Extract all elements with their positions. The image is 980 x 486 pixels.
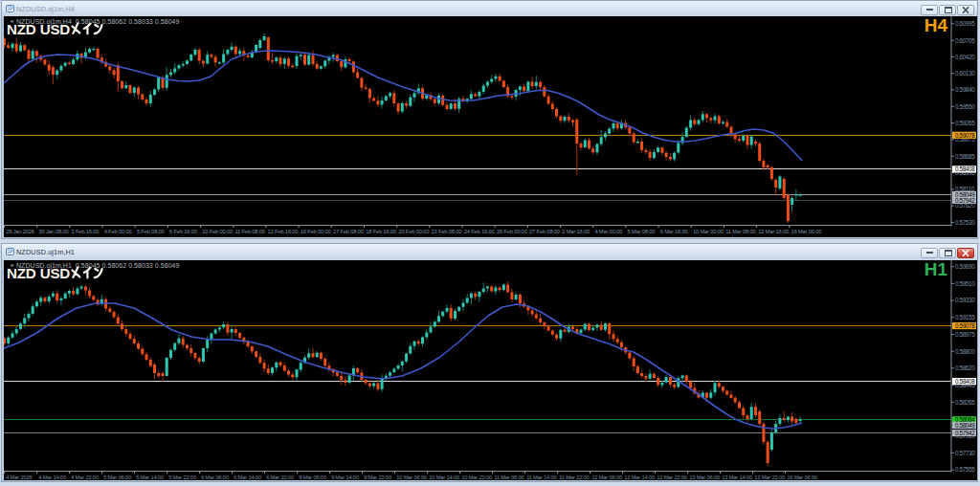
svg-text:11 Feb 08:00: 11 Feb 08:00 [235, 229, 265, 234]
svg-text:NZD USD: NZD USD [7, 21, 70, 37]
svg-text:6 Mar 16:00: 6 Mar 16:00 [660, 229, 688, 234]
svg-text:0.58620: 0.58620 [955, 364, 975, 371]
svg-text:0.60130: 0.60130 [955, 70, 975, 77]
svg-text:12 Mar 14:00: 12 Mar 14:00 [624, 475, 655, 480]
svg-text:10 Feb 00:00: 10 Feb 00:00 [202, 229, 233, 234]
svg-text:0.59078: 0.59078 [955, 322, 975, 329]
svg-text:4 Mar 2026: 4 Mar 2026 [6, 475, 32, 480]
svg-text:6 Mar 14:00: 6 Mar 14:00 [234, 475, 261, 480]
svg-text:10 Mar 14:00: 10 Mar 14:00 [429, 475, 459, 480]
svg-text:5 Mar 06:00: 5 Mar 06:00 [103, 475, 131, 480]
svg-text:30 Jan 08:00: 30 Jan 08:00 [38, 229, 68, 234]
svg-text:12 Feb 16:00: 12 Feb 16:00 [268, 229, 299, 234]
svg-text:4 Mar 22:00: 4 Mar 22:00 [71, 475, 99, 480]
svg-text:0.60705: 0.60705 [955, 37, 975, 44]
svg-text:10 Mar 22:00: 10 Mar 22:00 [461, 475, 492, 480]
svg-text:13 Mar 06:00: 13 Mar 06:00 [689, 475, 720, 480]
svg-text:6 Mar 06:00: 6 Mar 06:00 [201, 475, 229, 480]
svg-text:16 Feb 00:00: 16 Feb 00:00 [301, 229, 331, 234]
svg-text:0.57942: 0.57942 [955, 430, 975, 436]
svg-text:9 Mar 06:00: 9 Mar 06:00 [299, 475, 326, 480]
svg-text:0.59265: 0.59265 [955, 120, 975, 126]
svg-text:0.60995: 0.60995 [955, 20, 975, 27]
svg-text:0.57555: 0.57555 [955, 466, 975, 473]
svg-text:24 Feb 16:00: 24 Feb 16:00 [464, 229, 495, 234]
svg-text:0.59078: 0.59078 [955, 132, 975, 139]
svg-text:11 Mar 14:00: 11 Mar 14:00 [526, 475, 556, 480]
svg-text:10 Mar 06:00: 10 Mar 06:00 [396, 475, 427, 480]
svg-text:27 Feb 08:00: 27 Feb 08:00 [529, 229, 560, 234]
svg-text:0.58265: 0.58265 [955, 399, 975, 406]
svg-text:11 Mar 08:00: 11 Mar 08:00 [725, 229, 755, 234]
svg-text:0.59510: 0.59510 [955, 280, 975, 287]
svg-text:10 Mar 00:00: 10 Mar 00:00 [693, 229, 724, 234]
svg-text:0.59330: 0.59330 [955, 297, 975, 303]
svg-text:0.59840: 0.59840 [955, 86, 975, 93]
svg-text:5 Mar 14:00: 5 Mar 14:00 [136, 475, 164, 480]
svg-text:5 Mar 22:00: 5 Mar 22:00 [168, 475, 196, 480]
svg-text:13 Mar 22:00: 13 Mar 22:00 [754, 475, 785, 480]
svg-text:0.59550: 0.59550 [955, 103, 975, 110]
svg-text:12 Mar 06:00: 12 Mar 06:00 [591, 475, 622, 480]
svg-text:13 Mar 14:00: 13 Mar 14:00 [722, 475, 752, 480]
svg-text:0.58800: 0.58800 [955, 348, 975, 355]
svg-text:20 Feb 00:00: 20 Feb 00:00 [398, 229, 429, 234]
svg-text:9 Mar 22:00: 9 Mar 22:00 [364, 475, 391, 480]
svg-text:23 Feb 08:00: 23 Feb 08:00 [432, 229, 462, 234]
svg-text:17 Feb 08:00: 17 Feb 08:00 [333, 229, 364, 234]
svg-text:26 Feb 00:00: 26 Feb 00:00 [497, 229, 527, 234]
svg-text:5 Feb 08:00: 5 Feb 08:00 [137, 229, 165, 234]
svg-text:0.57530: 0.57530 [955, 219, 975, 226]
svg-text:4 Mar 00:00: 4 Mar 00:00 [594, 229, 622, 234]
svg-text:0.58408: 0.58408 [955, 378, 975, 385]
svg-text:4 Feb 00:00: 4 Feb 00:00 [104, 229, 132, 234]
svg-text:12 Mar 22:00: 12 Mar 22:00 [657, 475, 687, 480]
svg-text:0.58975: 0.58975 [955, 331, 975, 338]
svg-text:9 Mar 14:00: 9 Mar 14:00 [331, 475, 359, 480]
svg-text:6 Mar 22:00: 6 Mar 22:00 [266, 475, 294, 480]
svg-text:11 Mar 06:00: 11 Mar 06:00 [494, 475, 523, 480]
svg-text:0.57942: 0.57942 [955, 197, 975, 204]
svg-text:29 Jan 2026: 29 Jan 2026 [6, 229, 34, 234]
svg-text:12 Mar 16:00: 12 Mar 16:00 [758, 229, 789, 234]
svg-text:5 Mar 08:00: 5 Mar 08:00 [628, 229, 656, 234]
svg-text:16 Mar 00:00: 16 Mar 00:00 [791, 229, 822, 234]
svg-text:0.57730: 0.57730 [955, 450, 975, 456]
svg-text:H1: H1 [924, 260, 948, 279]
svg-text:H4: H4 [924, 16, 948, 35]
svg-text:6 Feb 16:00: 6 Feb 16:00 [169, 229, 197, 234]
svg-text:2 Mar 16:00: 2 Mar 16:00 [562, 229, 590, 234]
svg-text:18 Feb 16:00: 18 Feb 16:00 [366, 229, 396, 234]
svg-text:16 Mar 06:00: 16 Mar 06:00 [787, 475, 817, 480]
svg-text:2 Feb 16:00: 2 Feb 16:00 [72, 229, 100, 234]
svg-text:0.58049: 0.58049 [955, 422, 975, 429]
svg-text:0.59690: 0.59690 [955, 263, 975, 270]
svg-text:0.58408: 0.58408 [955, 166, 975, 172]
svg-text:0.58685: 0.58685 [955, 153, 975, 160]
svg-text:0.59155: 0.59155 [955, 314, 975, 320]
svg-text:4 Mar 14:00: 4 Mar 14:00 [38, 475, 66, 480]
svg-text:NZD USD: NZD USD [7, 265, 70, 281]
svg-text:11 Mar 22:00: 11 Mar 22:00 [559, 475, 589, 480]
svg-text:0.60420: 0.60420 [955, 54, 975, 60]
